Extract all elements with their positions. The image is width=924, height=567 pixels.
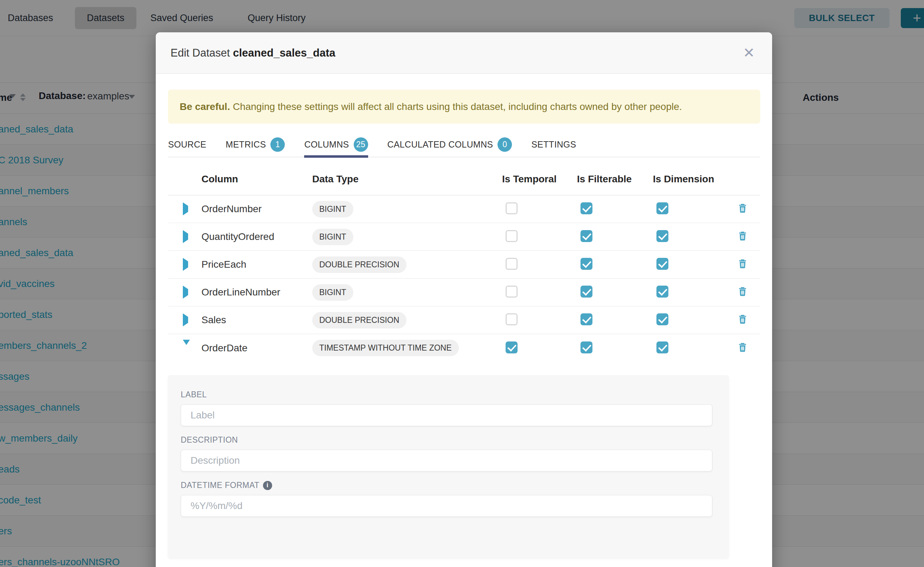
data-type-pill: BIGINT (312, 201, 354, 218)
column-name: QuantityOrdered (202, 231, 312, 242)
warning-bold-text: Be careful. (180, 101, 230, 112)
tab-source[interactable]: SOURCE (168, 132, 206, 157)
column-name: OrderDate (202, 342, 312, 354)
expand-caret-icon[interactable] (183, 258, 188, 271)
is-dimension-checkbox[interactable] (656, 286, 668, 297)
column-row-priceeach: PriceEach DOUBLE PRECISION (168, 251, 760, 279)
is-dimension-checkbox[interactable] (656, 202, 668, 214)
is-filterable-checkbox[interactable] (581, 202, 593, 214)
modal-header: Edit Dataset cleaned_sales_data ✕ (156, 32, 772, 74)
delete-column-icon[interactable] (737, 342, 748, 354)
tab-count-badge: 1 (270, 137, 285, 152)
tab-columns[interactable]: COLUMNS 25 (304, 132, 368, 157)
header-column: Column (202, 174, 312, 185)
delete-column-icon[interactable] (737, 203, 748, 215)
is-temporal-checkbox[interactable] (506, 230, 518, 242)
is-temporal-checkbox[interactable] (506, 258, 518, 270)
delete-column-icon[interactable] (737, 286, 748, 298)
tab-label: CALCULATED COLUMNS (387, 140, 493, 150)
columns-table: Column Data Type Is Temporal Is Filterab… (168, 163, 760, 362)
tab-label: COLUMNS (304, 140, 349, 150)
tab-settings[interactable]: SETTINGS (531, 132, 576, 157)
header-is-dimension: Is Dimension (653, 174, 733, 185)
column-row-orderdate: OrderDate TIMESTAMP WITHOUT TIME ZONE (168, 334, 760, 362)
modal-tabbar: SOURCE METRICS 1 COLUMNS 25 CALCULATED C… (168, 132, 760, 158)
column-detail-panel: LABEL DESCRIPTION DATETIME FORMAT i (168, 375, 729, 558)
description-input[interactable] (181, 450, 712, 471)
warning-banner: Be careful. Changing these settings will… (168, 90, 760, 124)
tab-count-badge: 25 (354, 137, 368, 152)
header-is-temporal: Is Temporal (502, 174, 577, 185)
column-name: OrderLineNumber (202, 286, 312, 298)
label-field-label: LABEL (181, 390, 712, 399)
is-filterable-checkbox[interactable] (581, 258, 593, 270)
column-row-orderlinenumber: OrderLineNumber BIGINT (168, 279, 760, 306)
datetime-format-field-label: DATETIME FORMAT (181, 481, 259, 490)
is-temporal-checkbox[interactable] (506, 342, 518, 353)
label-input[interactable] (181, 404, 712, 426)
tab-label: SETTINGS (531, 140, 576, 150)
modal-title: Edit Dataset cleaned_sales_data (170, 47, 336, 59)
collapse-caret-icon[interactable] (183, 340, 190, 351)
header-is-filterable: Is Filterable (577, 174, 653, 185)
expand-caret-icon[interactable] (183, 286, 188, 298)
info-icon[interactable]: i (263, 481, 272, 490)
delete-column-icon[interactable] (737, 231, 748, 243)
data-type-pill: BIGINT (312, 284, 354, 301)
is-dimension-checkbox[interactable] (656, 258, 668, 270)
column-row-ordernumber: OrderNumber BIGINT (168, 195, 760, 223)
modal-title-prefix: Edit Dataset (170, 47, 230, 59)
datetime-format-field-group: DATETIME FORMAT i (181, 481, 712, 517)
is-temporal-checkbox[interactable] (506, 202, 518, 214)
datetime-format-input[interactable] (181, 495, 712, 517)
expand-caret-icon[interactable] (183, 230, 188, 243)
column-row-sales: Sales DOUBLE PRECISION (168, 306, 760, 334)
is-filterable-checkbox[interactable] (581, 286, 593, 297)
is-dimension-checkbox[interactable] (656, 314, 668, 325)
expand-caret-icon[interactable] (183, 314, 188, 326)
data-type-pill: TIMESTAMP WITHOUT TIME ZONE (312, 340, 459, 356)
description-field-label: DESCRIPTION (181, 435, 712, 445)
is-temporal-checkbox[interactable] (506, 314, 518, 325)
label-field-group: LABEL (181, 390, 712, 426)
tab-metrics[interactable]: METRICS 1 (226, 132, 285, 157)
column-name: PriceEach (202, 259, 312, 270)
tab-calculated-columns[interactable]: CALCULATED COLUMNS 0 (387, 132, 512, 157)
tab-count-badge: 0 (498, 137, 512, 152)
data-type-pill: DOUBLE PRECISION (312, 312, 406, 328)
expand-caret-icon[interactable] (183, 202, 188, 215)
warning-text: Changing these settings will affect all … (233, 101, 682, 112)
is-temporal-checkbox[interactable] (506, 286, 518, 297)
header-data-type: Data Type (312, 174, 502, 185)
data-type-pill: DOUBLE PRECISION (312, 256, 406, 273)
is-filterable-checkbox[interactable] (581, 314, 593, 325)
column-name: OrderNumber (202, 203, 312, 214)
columns-table-header: Column Data Type Is Temporal Is Filterab… (168, 163, 760, 195)
edit-dataset-modal: Edit Dataset cleaned_sales_data ✕ Be car… (156, 32, 772, 567)
is-filterable-checkbox[interactable] (581, 230, 593, 242)
is-filterable-checkbox[interactable] (581, 342, 593, 353)
modal-title-dataset-name: cleaned_sales_data (233, 47, 336, 59)
close-icon[interactable]: ✕ (737, 42, 760, 64)
delete-column-icon[interactable] (737, 258, 748, 270)
column-name: Sales (202, 314, 312, 326)
tab-label: SOURCE (168, 140, 206, 150)
delete-column-icon[interactable] (737, 314, 748, 326)
is-dimension-checkbox[interactable] (656, 342, 668, 353)
data-type-pill: BIGINT (312, 229, 354, 245)
column-row-quantityordered: QuantityOrdered BIGINT (168, 223, 760, 251)
tab-label: METRICS (226, 140, 266, 150)
modal-body: Be careful. Changing these settings will… (156, 74, 772, 558)
is-dimension-checkbox[interactable] (656, 230, 668, 242)
description-field-group: DESCRIPTION (181, 435, 712, 471)
